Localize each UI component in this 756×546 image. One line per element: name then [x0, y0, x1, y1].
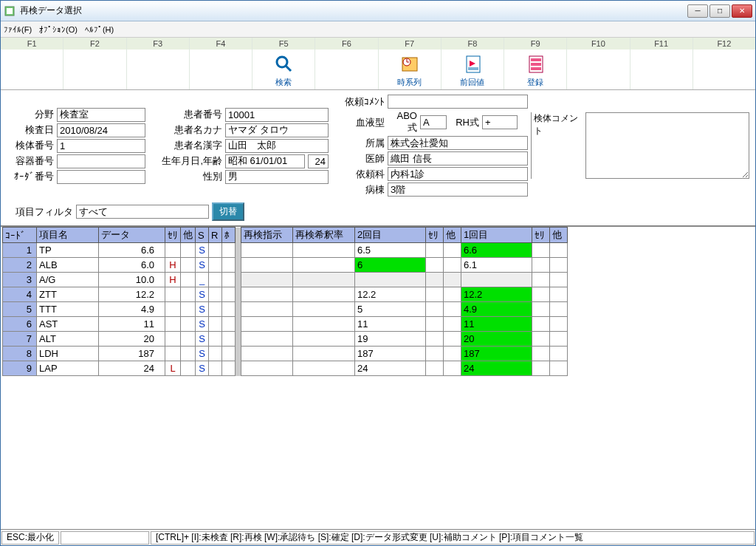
fkey-button-f6 [315, 50, 377, 89]
fkey-f7: F7 時系列 [379, 38, 441, 89]
container-no-input[interactable] [57, 154, 145, 168]
dob-input[interactable] [225, 154, 305, 168]
specimen-no-input[interactable] [57, 139, 145, 153]
dob-age-label: 生年月日,年齢 [148, 154, 222, 168]
data-grid[interactable]: ｺｰﾄﾞ項目名データ ｾﾘ他SRﾎ 再検指示再検希釈率 2回目ｾﾘ他 1回目ｾﾘ… [2, 227, 568, 376]
minimize-button[interactable]: ─ [687, 4, 708, 18]
fkey-label: F10 [567, 38, 629, 50]
container-no-label: 容器番号 [7, 154, 54, 168]
fkey-label: F4 [190, 38, 252, 50]
table-row[interactable]: 3 A/G 10.0 H _ [3, 273, 568, 287]
table-row[interactable]: 2 ALB 6.0 H S 6 6.1 [3, 258, 568, 273]
sex-input[interactable] [225, 170, 329, 184]
fkey-f4: F4 [190, 38, 252, 89]
affil-input[interactable] [388, 136, 528, 150]
ward-input[interactable] [388, 182, 528, 197]
fkey-button-f1 [1, 50, 63, 89]
register-icon [523, 52, 547, 75]
order-no-label: ｵｰﾀﾞ番号 [7, 170, 54, 183]
patient-no-label: 患者番号 [148, 108, 222, 121]
fkey-label: F6 [315, 38, 377, 50]
statusbar: ESC:最小化 [CTRL]+ [I]:未検査 [R]:再検 [W]:承認待ち … [1, 529, 755, 545]
fkey-f11: F11 [630, 38, 693, 89]
filter-toggle-button[interactable]: 切替 [212, 202, 244, 221]
fkey-button-f4 [190, 50, 252, 89]
blank-icon [334, 58, 358, 81]
status-hints: [CTRL]+ [I]:未検査 [R]:再検 [W]:承認待ち [S]:確定 [… [151, 531, 755, 545]
specimen-comment-label: 検体コメント [531, 112, 585, 179]
affil-label: 所属 [331, 137, 385, 150]
fkey-button-f8[interactable]: 前回値 [441, 50, 504, 89]
table-row[interactable]: 6 AST 11 S 11 11 [3, 317, 568, 332]
filter-input[interactable] [76, 205, 209, 219]
close-button[interactable]: ✕ [732, 4, 752, 18]
fkey-button-f5[interactable]: 検索 [252, 50, 315, 89]
titlebar: 再検データ選択 ─ □ ✕ [1, 1, 755, 21]
fkey-caption: 時系列 [397, 77, 422, 88]
specimen-comment-box[interactable] [585, 112, 749, 179]
fkey-button-f7[interactable]: 時系列 [379, 50, 441, 89]
fkey-f9: F9 登録 [504, 38, 567, 89]
menubar: ﾌｧｲﾙ(F) ｵﾌﾟｼｮﾝ(O) ﾍﾙﾌﾟ(H) [1, 21, 755, 38]
function-keys: F1 F2 F3 F4 F5 検索 F6 F7 時系列 F8 前回値 F9 登録… [1, 38, 755, 90]
patient-no-input[interactable] [225, 108, 329, 122]
app-icon [4, 5, 16, 17]
table-row[interactable]: 5 TTT 4.9 S 5 4.9 [3, 302, 568, 317]
status-esc: ESC:最小化 [1, 531, 59, 545]
window-title: 再検データ選択 [20, 4, 687, 17]
order-no-input[interactable] [57, 170, 145, 184]
blank-icon [20, 58, 44, 81]
fkey-f8: F8 前回値 [441, 38, 504, 89]
blank-icon [712, 58, 736, 81]
patient-kana-label: 患者名カナ [148, 123, 222, 137]
data-table-wrap: ｺｰﾄﾞ項目名データ ｾﾘ他SRﾎ 再検指示再検希釈率 2回目ｾﾘ他 1回目ｾﾘ… [1, 225, 755, 529]
fkey-button-f9[interactable]: 登録 [504, 50, 566, 89]
search-icon [272, 52, 295, 75]
req-comment-label: 依頼ｺﾒﾝﾄ [331, 95, 385, 109]
blank-icon [209, 58, 233, 81]
fkey-label: F5 [252, 38, 315, 50]
filter-label: 項目フィルタ [16, 205, 73, 219]
abo-input[interactable] [420, 115, 447, 129]
fkey-button-f2 [63, 50, 126, 89]
sex-label: 性別 [148, 170, 222, 183]
req-comment-input[interactable] [388, 95, 528, 109]
maximize-button[interactable]: □ [709, 4, 730, 18]
patient-kanji-input[interactable] [225, 139, 329, 153]
blood-label: 血液型 [331, 116, 385, 129]
doctor-input[interactable] [388, 151, 528, 165]
dept-input[interactable] [388, 167, 528, 181]
clock-icon [398, 52, 422, 75]
app-window: 再検データ選択 ─ □ ✕ ﾌｧｲﾙ(F) ｵﾌﾟｼｮﾝ(O) ﾍﾙﾌﾟ(H) … [0, 0, 756, 546]
menu-option[interactable]: ｵﾌﾟｼｮﾝ(O) [39, 25, 78, 34]
table-row[interactable]: 4 ZTT 12.2 S 12.2 12.2 [3, 287, 568, 302]
fkey-caption: 前回値 [460, 77, 484, 88]
exam-date-input[interactable] [57, 123, 145, 137]
blank-icon [650, 58, 673, 81]
menu-file[interactable]: ﾌｧｲﾙ(F) [4, 25, 32, 34]
svg-rect-14 [531, 63, 541, 66]
dept-label: 依頼科 [331, 168, 385, 181]
menu-help[interactable]: ﾍﾙﾌﾟ(H) [85, 25, 114, 34]
fkey-f5: F5 検索 [252, 38, 315, 89]
fkey-f1: F1 [1, 38, 63, 89]
fkey-button-f3 [127, 50, 189, 89]
fkey-f10: F10 [567, 38, 630, 89]
table-row[interactable]: 9 LAP 24 L S 24 24 [3, 361, 568, 376]
form-area: 分野 検査日 検体番号 容器番号 ｵｰﾀﾞ番号 患者番号 患者名カナ 患者名漢字… [1, 90, 755, 199]
abo-label: ABO式 [388, 110, 417, 134]
specimen-no-label: 検体番号 [7, 139, 54, 152]
fkey-label: F3 [127, 38, 189, 50]
field-label: 分野 [7, 108, 54, 121]
age-input[interactable] [308, 154, 329, 168]
blank-icon [146, 58, 170, 81]
rh-input[interactable] [482, 115, 518, 129]
field-input[interactable] [57, 108, 145, 122]
table-row[interactable]: 1 TP 6.6 S 6.5 6.6 [3, 243, 568, 258]
table-row[interactable]: 7 ALT 20 S 19 20 [3, 332, 568, 347]
filter-row: 項目フィルタ 切替 [1, 199, 755, 225]
table-row[interactable]: 8 LDH 187 S 187 187 [3, 347, 568, 361]
fkey-button-f10 [567, 50, 629, 89]
prev-icon [461, 52, 484, 75]
patient-kana-input[interactable] [225, 123, 329, 137]
